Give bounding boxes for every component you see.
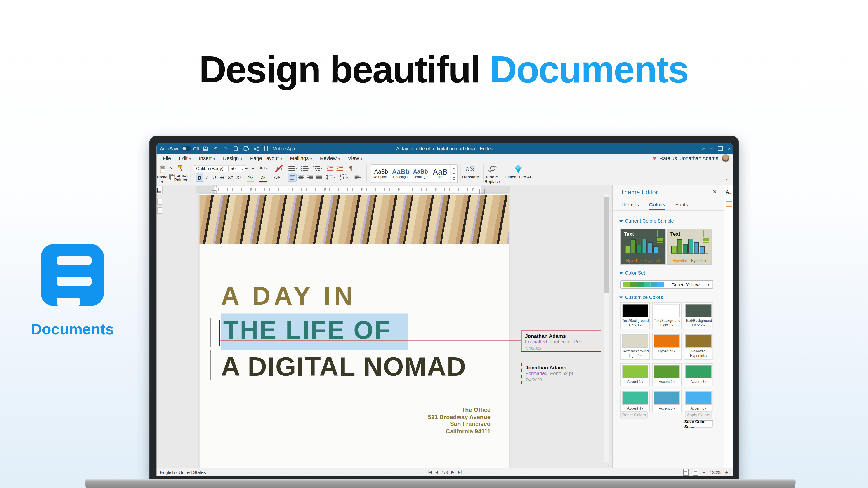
paste-icon[interactable] — [158, 165, 166, 174]
increase-indent-button[interactable] — [336, 165, 344, 172]
bullet-list-button[interactable]: ▾ — [288, 165, 297, 172]
font-color-button[interactable]: a▾ — [259, 173, 267, 183]
grow-font-button[interactable]: + — [252, 166, 254, 171]
prev-page-icon[interactable]: ◀ — [435, 470, 438, 475]
swatch-light2[interactable]: Text/Background Light 2 — [620, 333, 650, 360]
close-icon[interactable]: × — [728, 146, 731, 151]
swatch-accent6[interactable]: Accent 6 — [684, 390, 713, 412]
align-right-button[interactable] — [306, 173, 314, 181]
style-heading2[interactable]: AaBb Heading 2 — [411, 165, 430, 183]
mobile-app-label[interactable]: Mobile App — [273, 146, 295, 151]
rate-us-link[interactable]: Rate us — [659, 156, 677, 161]
find-replace-icon[interactable] — [487, 164, 497, 173]
swatch-dark1[interactable]: Text/Background Dark 1 — [620, 302, 650, 329]
styles-scroll-down-icon[interactable]: ▼ — [453, 172, 455, 175]
save-color-set-button[interactable]: Save Color Set... — [684, 420, 713, 428]
panel-close-icon[interactable]: ✕ — [712, 189, 717, 195]
align-center-button[interactable] — [297, 173, 305, 181]
align-left-button[interactable] — [288, 173, 297, 182]
menu-file[interactable]: File — [159, 156, 175, 161]
paragraph-settings-button[interactable] — [353, 173, 362, 181]
single-page-view-icon[interactable] — [683, 469, 689, 476]
swatch-accent4[interactable]: Accent 4 — [620, 390, 650, 412]
styles-expand-icon[interactable]: ▼ — [453, 177, 455, 182]
minimize-icon[interactable]: − — [710, 146, 713, 151]
numbered-list-button[interactable]: ▾ — [301, 165, 310, 172]
multilevel-list-button[interactable]: ▾ — [313, 165, 322, 172]
zoom-in-icon[interactable]: + — [725, 469, 728, 475]
indent-marker-left[interactable] — [213, 185, 216, 194]
bold-button[interactable]: B — [195, 173, 204, 182]
translate-icon[interactable]: a — [465, 164, 475, 173]
styles-scroll-up-icon[interactable]: ▲ — [453, 166, 455, 169]
zoom-out-icon[interactable]: − — [702, 469, 706, 475]
section-customize-colors[interactable]: Customize Colors — [619, 294, 663, 300]
mobile-phone-icon[interactable] — [262, 144, 270, 153]
comments-icon[interactable] — [725, 201, 733, 207]
tab-themes[interactable]: Themes — [620, 202, 639, 210]
justify-button[interactable] — [315, 173, 323, 181]
swatch-accent5[interactable]: Accent 5 — [652, 390, 682, 412]
format-painter-label[interactable]: Format Painter — [173, 173, 189, 183]
style-heading1[interactable]: AaBb Heading 1 — [391, 165, 411, 183]
menu-review[interactable]: Review▾ — [316, 156, 344, 161]
user-avatar[interactable] — [722, 154, 730, 162]
collapse-ribbon-icon[interactable]: ⌃ — [725, 178, 728, 184]
swatch-hyperlink[interactable]: Hyperlink — [652, 333, 682, 360]
user-name[interactable]: Jonathan Adams — [680, 156, 718, 161]
document-area[interactable]: 1 2 3 4 5 6 7 A D — [157, 185, 612, 468]
menu-page-layout[interactable]: Page Layout▾ — [246, 156, 286, 161]
style-no-spacing[interactable]: AaBb No Spaci... — [371, 165, 391, 183]
document-page[interactable]: A DAY IN THE LIFE OF A DIGITAL NOMAD The… — [199, 194, 509, 468]
proofing-icon[interactable]: A... — [725, 189, 731, 195]
share-icon[interactable] — [252, 144, 260, 153]
menu-insert[interactable]: Insert▾ — [195, 156, 219, 161]
save-icon[interactable] — [202, 144, 209, 153]
scrollbar-thumb[interactable] — [604, 197, 609, 293]
new-document-icon[interactable] — [232, 144, 240, 153]
print-icon[interactable] — [242, 144, 250, 153]
character-settings-button[interactable]: A⚙ — [273, 173, 281, 181]
menu-design[interactable]: Design▾ — [219, 156, 246, 161]
subscript-button[interactable]: X2 — [227, 173, 234, 181]
scroll-down-icon[interactable]: ⌄ — [606, 463, 610, 468]
shrink-font-button[interactable]: − — [245, 166, 248, 171]
language-status[interactable]: English - United States — [160, 470, 206, 475]
section-color-set[interactable]: Color Set — [619, 270, 645, 275]
swatch-accent1[interactable]: Accent 1 — [620, 363, 650, 386]
menu-mailings[interactable]: Mailings▾ — [286, 156, 316, 161]
undo-icon[interactable]: ↶ — [212, 144, 219, 153]
vertical-scrollbar[interactable] — [603, 194, 609, 463]
apply-colors-button[interactable]: Apply Colors — [685, 411, 712, 419]
italic-button[interactable]: I — [204, 173, 210, 181]
menu-view[interactable]: View▾ — [344, 156, 366, 161]
swatch-light1[interactable]: Text/Background Light 1 — [652, 302, 682, 329]
format-painter-icon[interactable] — [177, 164, 185, 172]
paste-label[interactable]: Paste ▾ — [157, 175, 168, 184]
decrease-indent-button[interactable] — [326, 165, 334, 172]
find-replace-label[interactable]: Find & Replace — [481, 175, 504, 184]
clear-formatting-icon[interactable]: Aa — [275, 165, 283, 172]
menu-edit[interactable]: Edit▾ — [175, 156, 195, 161]
tab-colors[interactable]: Colors — [649, 202, 665, 210]
strikethrough-button[interactable]: S — [219, 173, 225, 181]
highlight-color-button[interactable]: ✎▾ — [247, 173, 254, 183]
page-thumb-icon[interactable] — [157, 199, 162, 205]
horizontal-ruler[interactable]: 1 2 3 4 5 6 7 — [195, 186, 510, 193]
tab-stop-selector[interactable] — [157, 186, 163, 195]
maximize-icon[interactable] — [718, 147, 723, 151]
first-page-icon[interactable]: |◀ — [428, 470, 432, 475]
page-thumb-icon[interactable] — [157, 207, 162, 214]
last-page-icon[interactable]: ▶| — [458, 470, 462, 475]
font-size-select[interactable]: 50▾ — [228, 165, 245, 172]
zoom-level[interactable]: 130% — [710, 470, 721, 475]
translate-label[interactable]: Translate — [460, 175, 480, 180]
redo-icon[interactable]: ↷ — [222, 144, 230, 153]
autosave-toggle[interactable] — [182, 147, 191, 151]
pilcrow-button[interactable]: ¶ — [348, 164, 354, 172]
borders-button[interactable]: ▾ — [340, 173, 349, 181]
underline-button[interactable]: U — [211, 173, 218, 181]
fullscreen-icon[interactable]: ↕ — [701, 146, 707, 152]
swatch-dark2[interactable]: Text/Background Dark 2 — [684, 302, 713, 329]
web-view-icon[interactable] — [693, 469, 699, 476]
